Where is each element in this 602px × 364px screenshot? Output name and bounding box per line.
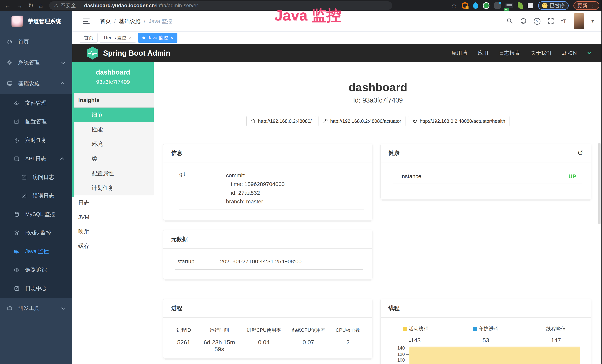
- close-icon[interactable]: ×: [171, 35, 173, 40]
- threads-legend: 活动线程 守护进程 线程峰值: [381, 325, 591, 332]
- card-process: 进程 进程ID 运行时间 进程CPU使用率 系统CPU使用率 CPU核心数 52…: [163, 299, 373, 358]
- breadcrumb-home[interactable]: 首页: [100, 18, 111, 25]
- home-icon[interactable]: ⌂: [39, 2, 43, 9]
- sidebar-item-access-log[interactable]: 访问日志: [0, 168, 72, 187]
- tab-home[interactable]: 首页: [80, 33, 97, 43]
- sidebar-item-error-log[interactable]: 错误日志: [0, 187, 72, 205]
- app-logo-row[interactable]: 芋道管理系统: [0, 11, 72, 32]
- database-icon: [13, 212, 20, 217]
- sidebar-item-tracing[interactable]: 链路追踪: [0, 261, 72, 279]
- user-menu-caret-icon[interactable]: ▾: [591, 18, 594, 24]
- sidebar-item-devtools[interactable]: 研发工具: [0, 298, 72, 319]
- cpu-cores: 2: [329, 339, 367, 353]
- bookmark-star-icon[interactable]: ☆: [451, 2, 457, 9]
- sidebar-item-infra[interactable]: 基础设施: [0, 73, 72, 94]
- menu-item-mappings[interactable]: 映射: [72, 224, 154, 239]
- sidebar-item-config[interactable]: 配置管理: [0, 112, 72, 131]
- app-logo-image: [11, 16, 23, 27]
- user-avatar[interactable]: [574, 13, 584, 29]
- history-icon[interactable]: ↺: [577, 149, 583, 157]
- service-url-button[interactable]: http://192.168.0.2:48080/: [247, 116, 316, 126]
- card-threads-title: 线程: [381, 299, 591, 318]
- sba-nav-journal[interactable]: 日志报表: [499, 50, 520, 57]
- sidebar-item-home[interactable]: 首页: [0, 32, 72, 52]
- menu-item-caches[interactable]: 缓存: [72, 239, 154, 253]
- extension-icon-orange[interactable]: [462, 2, 468, 9]
- sidebar-item-files[interactable]: 文件管理: [0, 94, 72, 112]
- health-url-button[interactable]: http://192.168.0.2:48080/actuator/health: [408, 116, 509, 126]
- threads-area-series: [409, 347, 580, 364]
- browser-menu-icon[interactable]: ⋮: [590, 3, 595, 9]
- threads-live-value: 143: [381, 337, 451, 344]
- extension-icon-grid[interactable]: [494, 2, 501, 9]
- menu-item-scheduled-tasks[interactable]: 计划任务: [72, 181, 154, 195]
- back-icon[interactable]: ←: [4, 2, 11, 9]
- tab-java-monitor[interactable]: Java 监控×: [138, 33, 177, 43]
- forward-icon[interactable]: →: [16, 2, 23, 9]
- card-metadata-title: 元数据: [163, 230, 372, 249]
- spring-boot-admin-logo-icon: [87, 47, 98, 60]
- extension-icon-leaf[interactable]: [518, 2, 523, 9]
- api-log-icon: [13, 156, 20, 161]
- sidebar-item-api-log[interactable]: API 日志: [0, 150, 72, 168]
- main-column: 首页 / 基础设施 / Java 监控 ? tT ▾ 首页 Redis 监控× …: [72, 11, 602, 364]
- process-uptime: 6d 23h 15m 59s: [199, 339, 240, 353]
- sidebar-item-java-monitor[interactable]: Java 监控: [0, 242, 72, 261]
- sidebar-item-mysql[interactable]: MySQL 监控: [0, 205, 72, 224]
- menu-item-configprops[interactable]: 配置属性: [72, 166, 154, 181]
- menu-item-jvm[interactable]: JVM: [72, 210, 154, 224]
- reload-icon[interactable]: ↻: [28, 2, 33, 9]
- menu-item-classes[interactable]: 类: [72, 151, 154, 166]
- search-icon[interactable]: [506, 18, 513, 25]
- ytick-140: 140: [390, 345, 405, 351]
- sidebar-item-redis[interactable]: Redis 监控: [0, 224, 72, 242]
- sidebar-item-jobs[interactable]: 定时任务: [0, 131, 72, 150]
- log-edit-icon: [13, 286, 20, 291]
- breadcrumb-infra[interactable]: 基础设施: [119, 18, 140, 25]
- sidebar-item-system[interactable]: 系统管理: [0, 52, 72, 73]
- actuator-url-button[interactable]: http://192.168.0.2:48080/actuator: [319, 116, 406, 126]
- locale-caret-icon[interactable]: [588, 51, 591, 54]
- menu-item-environment[interactable]: 环境: [72, 137, 154, 151]
- process-values: 5261 6d 23h 15m 59s 0.04 0.07 2: [163, 339, 372, 353]
- divider: [393, 183, 582, 184]
- sba-locale-select[interactable]: zh-CN: [562, 50, 577, 56]
- ytick-120: 120: [390, 352, 405, 357]
- extension-icon-list[interactable]: on: [505, 3, 513, 8]
- extension-icon-green[interactable]: [483, 2, 489, 9]
- card-threads: 线程 活动线程 守护进程 线程峰值 143 53 147 140 120 100: [380, 299, 591, 364]
- sidebar-toggle-icon[interactable]: [83, 19, 90, 24]
- extension-on-badge: on: [504, 8, 509, 11]
- sidebar-submenu-infra: 文件管理 配置管理 定时任务 API 日志 访问日志 错误日志: [0, 94, 72, 298]
- menu-item-metrics[interactable]: 性能: [72, 122, 154, 137]
- browser-actions: ☆ on 已暂停 更新 ⋮: [451, 1, 599, 10]
- sba-nav-wallboard[interactable]: 应用墙: [452, 50, 467, 57]
- threads-daemon-value: 53: [451, 337, 521, 344]
- sba-instance-menu: dashboard 93a3fc7f7409 Insights 细节 性能 环境…: [72, 62, 154, 364]
- github-icon[interactable]: [520, 18, 527, 25]
- extension-icon-drop[interactable]: [473, 2, 478, 9]
- active-section-strip: [72, 62, 74, 197]
- menu-item-logs[interactable]: 日志: [72, 195, 154, 210]
- sba-nav-applications[interactable]: 应用: [478, 50, 488, 57]
- chevron-down-icon: [61, 60, 65, 64]
- sidebar-item-log-center[interactable]: 日志中心: [0, 279, 72, 298]
- tab-redis-monitor[interactable]: Redis 监控×: [100, 33, 136, 43]
- sba-nav-about[interactable]: 关于我们: [531, 50, 551, 57]
- font-size-icon[interactable]: tT: [561, 18, 567, 24]
- home-icon: [251, 118, 256, 124]
- card-info-title: 信息: [163, 144, 372, 162]
- chevron-up-icon: [60, 82, 64, 86]
- instance-header[interactable]: dashboard 93a3fc7f7409: [72, 62, 154, 93]
- content-scrollbar[interactable]: [598, 143, 601, 224]
- menu-item-details[interactable]: 细节: [72, 107, 154, 122]
- chrome-update-button[interactable]: 更新 ⋮: [573, 1, 599, 10]
- dashboard-icon: [6, 39, 13, 45]
- profile-paused-chip[interactable]: 已暂停: [538, 1, 569, 10]
- help-icon[interactable]: ?: [534, 18, 540, 25]
- annotation-java-monitor: Java 监控: [274, 6, 363, 26]
- close-icon[interactable]: ×: [129, 35, 132, 40]
- fullscreen-icon[interactable]: [548, 18, 554, 25]
- extensions-puzzle-icon[interactable]: [528, 3, 533, 8]
- url-divider: |: [79, 3, 81, 9]
